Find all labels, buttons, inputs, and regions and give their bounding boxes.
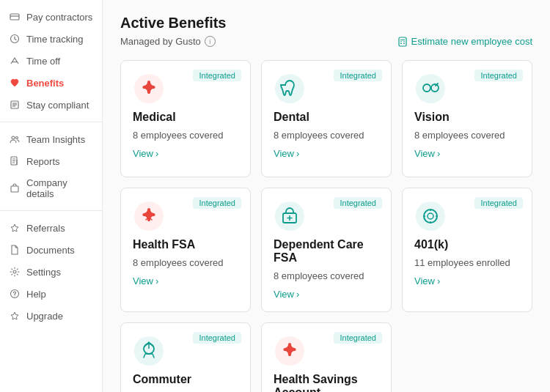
dental-icon	[274, 73, 306, 105]
sidebar-item-documents[interactable]: Documents	[0, 239, 102, 261]
page-title: Active Benefits	[120, 15, 532, 32]
svg-point-7	[12, 136, 15, 139]
sidebar-label: Upgrade	[26, 311, 63, 322]
integrated-badge-dependent-care-fsa: Integrated	[334, 197, 382, 209]
benefit-card-dental: Integrated Dental 8 employees covered Vi…	[261, 60, 392, 177]
integrated-badge-commuter: Integrated	[193, 332, 241, 344]
svg-point-15	[13, 270, 16, 273]
401k-count: 11 employees enrolled	[414, 257, 520, 268]
integrated-badge-health-savings-account: Integrated	[334, 332, 382, 344]
settings-icon	[9, 266, 21, 278]
benefit-card-dependent-care-fsa: Integrated Dependent Care FSA 8 employee…	[261, 188, 392, 312]
sidebar-item-benefits[interactable]: Benefits	[0, 72, 102, 94]
sidebar-item-help[interactable]: Help	[0, 283, 102, 305]
svg-point-42	[134, 336, 164, 366]
main-content: Active Benefits Managed by Gusto i Estim…	[103, 0, 550, 392]
sidebar-label: Documents	[26, 245, 75, 256]
sidebar-label: Time tracking	[26, 34, 84, 45]
upgrade-icon	[9, 310, 21, 322]
sidebar-label: Settings	[26, 267, 61, 278]
commuter-icon	[133, 335, 165, 367]
hsa-name: Health Savings Account	[274, 373, 379, 392]
info-icon[interactable]: i	[205, 36, 216, 47]
sidebar-label: Reports	[26, 156, 60, 167]
benefit-card-health-fsa: Integrated Health FSA 8 employees covere…	[120, 188, 251, 312]
svg-point-26	[275, 74, 304, 103]
health-fsa-view-link[interactable]: View ›	[133, 275, 238, 286]
svg-point-17	[14, 295, 15, 296]
integrated-badge-dental: Integrated	[334, 70, 382, 81]
pay-contractors-icon	[9, 11, 21, 23]
dependent-care-fsa-count: 8 employees covered	[274, 270, 379, 281]
chevron-right-icon: ›	[437, 275, 440, 286]
vision-icon	[414, 73, 447, 105]
vision-view-link[interactable]: View ›	[414, 148, 520, 159]
sidebar-label: Pay contractors	[26, 12, 92, 23]
benefit-card-health-savings-account: Integrated Health Savings Account 3 empl…	[261, 322, 392, 392]
sidebar-item-time-tracking[interactable]: Time tracking	[0, 28, 102, 50]
svg-rect-13	[11, 186, 18, 192]
health-fsa-name: Health FSA	[133, 238, 238, 251]
help-icon	[9, 288, 21, 300]
benefits-grid: Integrated Medical 8 employees covered V…	[120, 60, 532, 392]
chevron-right-icon: ›	[155, 148, 158, 159]
team-insights-icon	[9, 133, 21, 145]
svg-rect-0	[10, 14, 19, 20]
managed-by-text: Managed by Gusto	[120, 36, 201, 47]
dental-name: Dental	[274, 111, 379, 124]
managed-by: Managed by Gusto i	[120, 36, 216, 47]
medical-view-link[interactable]: View ›	[133, 148, 238, 159]
sidebar-item-upgrade[interactable]: Upgrade	[0, 305, 102, 327]
integrated-badge-health-fsa: Integrated	[193, 197, 241, 209]
hsa-icon	[274, 335, 306, 367]
medical-count: 8 employees covered	[133, 130, 238, 141]
sidebar-item-referrals[interactable]: Referrals	[0, 217, 102, 239]
sidebar-item-team-insights[interactable]: Team Insights	[0, 128, 102, 150]
sidebar-item-company-details[interactable]: Company details	[0, 172, 102, 204]
time-tracking-icon	[9, 33, 21, 45]
sidebar-label: Benefits	[26, 78, 64, 89]
svg-rect-19	[399, 37, 406, 46]
estimate-link[interactable]: Estimate new employee cost	[397, 36, 532, 47]
benefit-card-medical: Integrated Medical 8 employees covered V…	[120, 60, 251, 177]
401k-view-link[interactable]: View ›	[414, 275, 520, 286]
benefit-card-vision: Integrated Vision 8 employees covered Vi…	[402, 60, 532, 177]
sidebar-label: Stay compliant	[26, 100, 89, 111]
sidebar-label: Referrals	[26, 223, 65, 234]
integrated-badge-medical: Integrated	[193, 70, 241, 81]
health-fsa-icon	[133, 200, 165, 232]
chevron-right-icon: ›	[155, 275, 158, 286]
dependent-care-fsa-name: Dependent Care FSA	[274, 238, 379, 265]
estimate-link-text: Estimate new employee cost	[411, 36, 532, 47]
dental-view-link[interactable]: View ›	[274, 148, 379, 159]
chevron-right-icon: ›	[437, 148, 440, 159]
calculator-icon	[397, 37, 408, 47]
medical-icon	[133, 73, 165, 105]
sidebar-item-settings[interactable]: Settings	[0, 261, 102, 283]
dependent-care-fsa-view-link[interactable]: View ›	[274, 289, 379, 300]
chevron-right-icon: ›	[296, 289, 299, 300]
dental-count: 8 employees covered	[274, 130, 379, 141]
svg-marker-18	[11, 312, 18, 319]
dependent-care-fsa-icon	[274, 200, 306, 232]
integrated-badge-vision: Integrated	[474, 70, 523, 81]
sidebar: Pay contractors Time tracking Time off B…	[0, 0, 103, 392]
svg-point-8	[16, 137, 18, 139]
svg-marker-14	[11, 224, 18, 232]
sidebar-item-stay-compliant[interactable]: Stay compliant	[0, 94, 102, 116]
401k-name: 401(k)	[414, 238, 520, 251]
page-subtitle-row: Managed by Gusto i Estimate new employee…	[120, 36, 532, 47]
benefits-icon	[9, 77, 21, 89]
commuter-name: Commuter	[133, 373, 238, 386]
benefit-card-401k: Integrated 401(k) 11 employees enrolled …	[402, 188, 532, 312]
company-details-icon	[9, 182, 21, 194]
retirement-icon	[414, 200, 447, 232]
reports-icon	[9, 155, 21, 167]
sidebar-item-time-off[interactable]: Time off	[0, 50, 102, 72]
time-off-icon	[9, 55, 21, 67]
sidebar-item-reports[interactable]: Reports	[0, 150, 102, 172]
chevron-right-icon: ›	[296, 148, 299, 159]
sidebar-item-pay-contractors[interactable]: Pay contractors	[0, 6, 102, 28]
sidebar-divider	[0, 122, 102, 122]
sidebar-label: Time off	[26, 56, 60, 67]
